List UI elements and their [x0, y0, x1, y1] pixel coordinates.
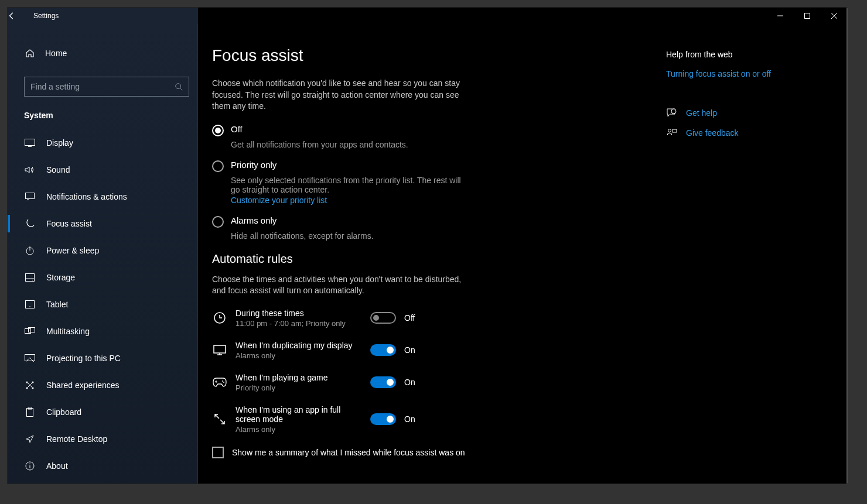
projecting-icon [24, 354, 36, 362]
shared-icon [24, 380, 36, 390]
radio-description: Hide all notifications, except for alarm… [231, 231, 470, 241]
customize-priority-link[interactable]: Customize your priority list [231, 196, 327, 205]
about-icon [24, 461, 36, 471]
power-icon [24, 246, 36, 255]
help-heading: Help from the web [666, 50, 813, 59]
storage-icon [24, 273, 36, 282]
rule-playing-game[interactable]: When I'm playing a game Priority only On [212, 373, 666, 392]
multitasking-icon [24, 327, 36, 335]
radio-description: Get all notifications from your apps and… [231, 140, 470, 149]
radio-label: Off [231, 124, 243, 136]
radio-priority[interactable]: Priority only See only selected notifica… [212, 160, 470, 205]
app-title: Settings [33, 12, 59, 20]
content-area: Focus assist Choose which notification y… [198, 24, 848, 484]
svg-point-32 [222, 380, 223, 382]
sidebar: Home Find a setting System Display Sound… [8, 24, 198, 484]
page-description: Choose which notification you'd like to … [212, 78, 464, 112]
sidebar-item-label: Notifications & actions [46, 192, 127, 201]
help-icon [666, 108, 678, 118]
home-icon [24, 49, 36, 58]
summary-checkbox-row[interactable]: Show me a summary of what I missed while… [212, 447, 666, 458]
sidebar-item-sound[interactable]: Sound [8, 156, 197, 183]
give-feedback-link[interactable]: Give feedback [666, 128, 813, 138]
titlebar: Settings [8, 8, 848, 24]
svg-point-13 [32, 280, 33, 281]
checkbox-icon [212, 447, 224, 458]
radio-off[interactable]: Off Get all notifications from your apps… [212, 124, 470, 149]
sidebar-item-shared[interactable]: Shared experiences [8, 372, 197, 399]
fullscreen-icon [212, 412, 227, 427]
sidebar-item-label: Clipboard [46, 407, 81, 417]
radio-description: See only selected notifications from the… [231, 176, 470, 194]
sidebar-item-label: Focus assist [46, 219, 92, 228]
svg-point-36 [671, 109, 676, 114]
sidebar-item-label: Tablet [46, 300, 68, 309]
get-help-link[interactable]: Get help [666, 108, 813, 118]
svg-rect-23 [27, 409, 33, 417]
close-button[interactable] [821, 8, 848, 24]
rule-fullscreen[interactable]: When I'm using an app in full screen mod… [212, 405, 666, 434]
gamepad-icon [212, 375, 227, 390]
rule-title: When I'm duplicating my display [235, 341, 359, 350]
radio-icon [212, 216, 224, 228]
page-title: Focus assist [212, 46, 666, 65]
radio-icon [212, 125, 224, 136]
sidebar-item-tablet[interactable]: Tablet [8, 291, 197, 318]
home-nav[interactable]: Home [8, 42, 197, 65]
toggle-switch[interactable] [370, 376, 396, 388]
rules-description: Choose the times and activities when you… [212, 274, 464, 297]
toggle-switch[interactable] [370, 344, 396, 356]
rule-sub: Alarms only [235, 351, 359, 360]
search-placeholder: Find a setting [30, 82, 80, 91]
svg-rect-8 [26, 193, 35, 199]
minimize-button[interactable] [767, 8, 794, 24]
sidebar-item-clipboard[interactable]: Clipboard [8, 399, 197, 426]
sidebar-item-focus-assist[interactable]: Focus assist [8, 210, 197, 237]
sidebar-item-power[interactable]: Power & sleep [8, 237, 197, 264]
svg-rect-29 [214, 345, 226, 353]
rule-title: When I'm using an app in full screen mod… [235, 405, 359, 424]
sidebar-item-multitasking[interactable]: Multitasking [8, 318, 197, 345]
search-input[interactable]: Find a setting [24, 77, 189, 97]
svg-rect-38 [673, 129, 677, 132]
toggle-state: On [404, 414, 415, 424]
rule-sub: 11:00 pm - 7:00 am; Priority only [235, 319, 359, 328]
sidebar-item-label: Display [46, 138, 73, 148]
rule-during-times[interactable]: During these times 11:00 pm - 7:00 am; P… [212, 308, 666, 328]
sidebar-item-projecting[interactable]: Projecting to this PC [8, 345, 197, 372]
scrollbar[interactable] [846, 24, 848, 484]
home-label: Home [45, 49, 67, 58]
toggle-state: On [404, 378, 415, 387]
toggle-state: On [404, 345, 415, 355]
help-link-focus-assist[interactable]: Turning focus assist on or off [666, 69, 771, 78]
search-icon [175, 83, 183, 91]
tablet-icon [24, 300, 36, 308]
svg-point-15 [29, 306, 30, 307]
radio-icon [212, 160, 224, 172]
sidebar-item-label: Multitasking [46, 327, 90, 336]
toggle-switch[interactable] [370, 312, 396, 324]
back-button[interactable] [8, 12, 33, 20]
link-text: Give feedback [686, 128, 739, 138]
sidebar-item-about[interactable]: About [8, 452, 197, 479]
sidebar-item-notifications[interactable]: Notifications & actions [8, 183, 197, 210]
toggle-switch[interactable] [370, 413, 396, 425]
svg-rect-6 [25, 139, 35, 146]
sidebar-item-remote[interactable]: Remote Desktop [8, 426, 197, 452]
link-text: Get help [686, 108, 717, 118]
maximize-button[interactable] [794, 8, 821, 24]
sidebar-item-label: Storage [46, 273, 75, 282]
svg-point-4 [176, 84, 181, 89]
radio-alarms[interactable]: Alarms only Hide all notifications, exce… [212, 215, 470, 241]
clipboard-icon [24, 407, 36, 417]
rule-duplicating-display[interactable]: When I'm duplicating my display Alarms o… [212, 341, 666, 360]
sidebar-section: System [8, 97, 197, 129]
sidebar-item-storage[interactable]: Storage [8, 264, 197, 291]
svg-point-27 [29, 464, 30, 465]
svg-point-33 [223, 382, 224, 383]
radio-label: Priority only [231, 160, 277, 172]
sidebar-item-display[interactable]: Display [8, 129, 197, 156]
radio-label: Alarms only [231, 215, 277, 228]
focus-assist-icon [24, 219, 36, 228]
sidebar-item-label: Sound [46, 165, 70, 174]
